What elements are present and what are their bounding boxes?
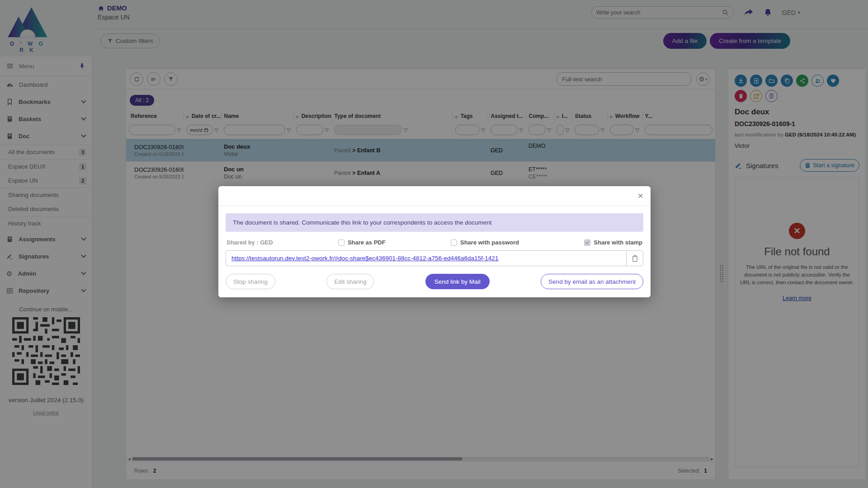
send-link-by-mail-button[interactable]: Send link by Mail <box>425 274 490 289</box>
share-link-field[interactable]: https://testsautorun.dev.test2-owork.fr/… <box>226 250 643 266</box>
share-alert: The document is shared. Communicate this… <box>226 213 643 232</box>
shared-by-label: Shared by : GED <box>226 239 273 246</box>
stop-sharing-button[interactable]: Stop sharing <box>226 274 275 289</box>
share-as-pdf-option[interactable]: Share as PDF <box>338 239 386 246</box>
share-with-password-option[interactable]: Share with password <box>451 239 519 246</box>
share-as-pdf-checkbox[interactable] <box>338 239 344 246</box>
send-by-email-attachment-button[interactable]: Send by email as an attachment <box>541 274 643 289</box>
clipboard-icon <box>632 255 638 262</box>
share-with-stamp-label: Share with stamp <box>594 239 642 246</box>
share-modal: × The document is shared. Communicate th… <box>218 186 651 297</box>
share-link[interactable]: https://testsautorun.dev.test2-owork.fr/… <box>231 255 498 262</box>
share-with-stamp-option[interactable]: Share with stamp <box>584 239 642 246</box>
share-with-stamp-checkbox[interactable] <box>584 239 590 246</box>
copy-link-button[interactable] <box>626 251 643 266</box>
edit-sharing-button[interactable]: Edit sharing <box>326 274 374 289</box>
share-with-password-checkbox[interactable] <box>451 239 457 246</box>
app-screen: O ' W O R K Menu Dashboard Bookmarks Bas… <box>0 0 868 488</box>
share-modal-header: × <box>218 186 651 206</box>
share-with-password-label: Share with password <box>460 239 519 246</box>
check-icon <box>585 240 590 245</box>
share-as-pdf-label: Share as PDF <box>348 239 386 246</box>
close-icon[interactable]: × <box>638 191 643 200</box>
